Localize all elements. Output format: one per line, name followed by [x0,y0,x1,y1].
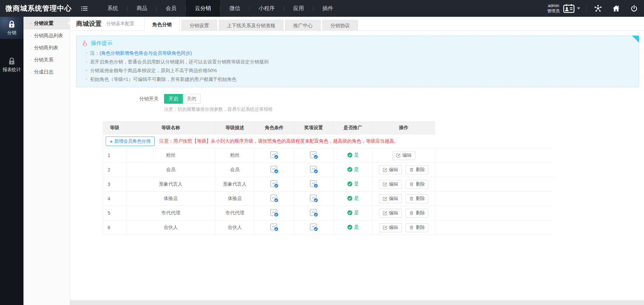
table-row: 3 形象代言人 形象代言人 是 编辑 删除 [103,177,553,192]
promote-check-icon [347,224,353,230]
role-condition-icon[interactable] [270,194,279,203]
hand-pointer-icon [81,40,88,47]
user-menu[interactable] [563,4,580,13]
col-promote: 是否推广 [333,121,373,135]
tab-role-distribution[interactable]: 角色分销 [144,18,180,31]
nav-item-cloud-distribution[interactable]: 云分销 [186,0,220,17]
submenu-item-distribution-goods-list[interactable]: · 分销商品列表 [23,30,70,42]
tab-distribution-settings[interactable]: 分销设置 [181,20,217,31]
menu-toggle-icon[interactable] [76,0,92,17]
cell-blank [435,220,553,235]
cell-desc: 合伙人 [215,220,255,235]
cell-name: 合伙人 [126,220,215,235]
reward-setting-icon[interactable] [309,208,318,217]
bullet: · [30,57,32,62]
tab-promotion-center[interactable]: 推广中心 [285,20,321,31]
rail-item-distribution[interactable]: 分销 [0,17,23,39]
bullet: · [86,75,88,84]
trash-icon [409,211,414,215]
bullet: · [86,57,88,66]
col-level-desc: 等级描述 [215,121,255,135]
bullet: · [30,21,32,26]
tip-item: ·分销返佣金额每个商品单独设定，原则上不高于商品价格50% [81,66,629,75]
tab-distribution-agreement[interactable]: 分销协议 [322,20,358,31]
submenu-item-distribution-settings[interactable]: · 分销设置 [23,17,70,30]
submenu-item-distribution-relations[interactable]: · 分销关系 [23,54,70,66]
network-icon[interactable] [594,4,602,12]
tip-item: ·注：(角色分销新增角色将会与会员等级角色同步) [81,49,629,57]
nav-item-wechat[interactable]: 微信 [220,0,249,17]
col-actions: 操作 [373,121,435,135]
nav-item-member[interactable]: 会员 [157,0,185,17]
edit-button[interactable]: 编辑 [379,194,402,203]
col-role-condition: 角色条件 [255,121,294,135]
role-condition-icon[interactable] [270,165,279,174]
sidebar-submenu: · 分销设置 · 分销商品列表 · 分销商列表 · 分销关系 · 分成日志 [23,17,70,305]
distribution-switch-row: 分销开关 开启 关闭 [70,94,644,104]
reward-setting-icon[interactable] [309,179,318,188]
submenu-item-commission-log[interactable]: · 分成日志 [23,66,70,78]
nav-item-goods[interactable]: 商品 [127,0,156,17]
nav-item-system[interactable]: 系统 [98,0,127,17]
user-info: admin 管理员 [547,3,560,14]
submenu-item-distributor-list[interactable]: · 分销商列表 [23,42,70,54]
tip-item: ·初始角色（等级=1）可编辑不可删除，所有新建的用户都属于初始角色 [81,75,629,84]
rail-item-reports[interactable]: 报表统计 [0,54,23,76]
tip-item: ·若开启角色分销，普通会员启用默认分销规则，还可以去设置分销商等级设定分销规则 [81,57,629,66]
table-header-row: 等级 等级名称 等级描述 角色条件 奖项设置 是否推广 操作 [103,121,553,135]
cell-blank [435,177,553,192]
reward-setting-icon[interactable] [309,222,318,232]
bullet: · [86,49,88,57]
nav-item-miniprogram[interactable]: 小程序 [250,0,284,17]
cell-blank [435,206,553,220]
cell-desc: 形象代言人 [215,177,255,192]
reward-setting-icon[interactable] [309,165,318,174]
plus-icon: + [110,139,113,144]
cell-name: 粉丝 [126,148,215,163]
home-icon[interactable] [612,4,620,12]
delete-button[interactable]: 删除 [406,209,428,218]
bullet: · [30,69,32,74]
add-role-button[interactable]: + 新增会员角色分佣 [106,137,155,146]
edit-button[interactable]: 编辑 [379,223,402,232]
page-header: 商城设置 分销基本配置 角色分销 分销设置 上下线关系及分销资格 推广中心 分销… [70,17,644,31]
reward-setting-icon[interactable] [309,150,318,159]
delete-button[interactable]: 删除 [406,223,428,232]
cell-level: 5 [103,206,126,220]
topbar-divider [586,4,587,13]
delete-button[interactable]: 删除 [406,194,428,203]
tab-upline-downline[interactable]: 上下线关系及分销资格 [219,20,283,31]
nav-item-plugin[interactable]: 插件 [313,0,342,17]
role-condition-icon[interactable] [270,222,279,232]
switch-off-button[interactable]: 关闭 [183,94,201,104]
cell-blank [435,192,553,206]
switch-note: 注意：切勿频繁修改分佣参数，容易引起系统运算报错 [164,106,644,112]
reward-setting-icon[interactable] [309,194,318,203]
main-area: 商城设置 分销基本配置 角色分销 分销设置 上下线关系及分销资格 推广中心 分销… [70,17,644,305]
edit-button[interactable]: 编辑 [392,151,415,160]
delete-button[interactable]: 删除 [406,165,428,174]
delete-button[interactable]: 删除 [406,180,428,189]
user-role: 管理员 [547,8,560,14]
edit-button[interactable]: 编辑 [379,180,402,189]
power-icon[interactable] [630,5,638,12]
switch-on-button[interactable]: 开启 [164,94,183,104]
role-condition-icon[interactable] [270,150,279,159]
role-condition-icon[interactable] [270,208,279,217]
nav-item-application[interactable]: 应用 [284,0,313,17]
app-window: 微商城系统管理中心 系统 商品 会员 云分销 微信 小程序 应用 插件 admi… [0,0,644,305]
corner-fold [632,36,639,43]
cell-level: 6 [103,220,126,235]
table-row: 4 体验店 体验店 是 编辑 删除 [103,192,553,206]
edit-button[interactable]: 编辑 [379,209,402,218]
rail-item-label: 分销 [7,30,16,36]
cell-name: 市代代理 [126,206,215,220]
edit-button[interactable]: 编辑 [379,165,402,174]
user-name: admin [547,3,560,8]
role-condition-icon[interactable] [270,179,279,188]
tab-bar: 角色分销 分销设置 上下线关系及分销资格 推广中心 分销协议 [144,18,358,31]
cell-level: 3 [103,177,126,192]
page-content: 操作提示 ·注：(角色分销新增角色将会与会员等级角色同步) ·若开启角色分销，普… [70,31,644,300]
promote-check-icon [347,167,353,172]
app-logo[interactable]: 微商城系统管理中心 [0,0,76,17]
